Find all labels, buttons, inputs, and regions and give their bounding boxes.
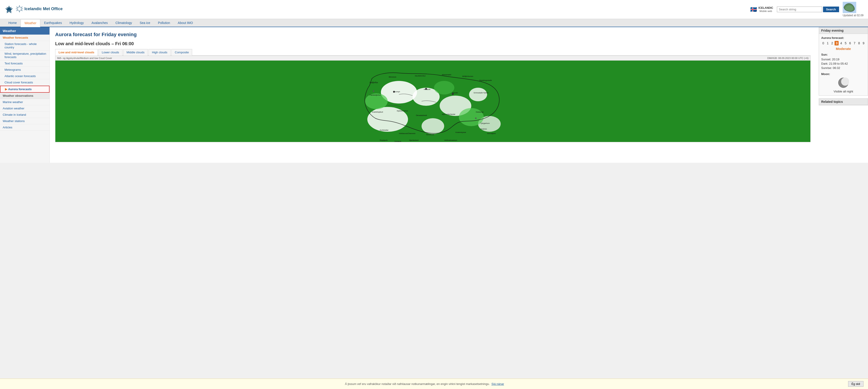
lang-label: ICELANDIC [758,6,773,9]
sidebar-item-marine[interactable]: Marine weather [0,99,50,105]
moon-section: Moon: Visible all night [821,72,866,93]
nav-avalanches[interactable]: Avalanches [88,19,112,27]
lang-area[interactable]: 🇮🇸 ICELANDIC Mobile web [750,6,773,13]
right-panel: Friday evening Aurora forecast: 0 1 2 3 … [816,27,868,163]
map-label-left: Mið- og lágskyúhula/Medium and low Coud … [57,57,112,60]
updated-text: Updated at 02.09 [843,14,864,17]
sidebar-item-station-forecasts[interactable]: Station forecasts - whole country [0,41,50,51]
svg-text:Dalatangi: Dalatangi [476,111,484,113]
svg-text:Patreksfjörður: Patreksfjörður [370,94,381,96]
svg-text:Hjarðarland: Hjarðarland [409,139,418,141]
svg-text:Sandbúðir: Sandbúðir [426,134,434,136]
aurora-label: Aurora forecast: [821,36,866,39]
sidebar: Weather Weather forecasts Station foreca… [0,27,50,163]
sidebar-item-cloud-cover[interactable]: Cloud cover forecasts [0,79,50,86]
svg-marker-3 [16,6,23,12]
scale-8: 8 [857,41,861,45]
svg-text:Höfðasveit/Ólafurból: Höfðasveit/Ólafurból [399,132,415,134]
tab-lower-clouds[interactable]: Lower clouds [98,49,123,56]
forecast-box-title: Friday evening [819,27,868,34]
cloud-title: Low and mid-level clouds – Fri 06:00 [55,41,811,46]
content-area: Aurora forecast for Friday evening Low a… [50,27,816,163]
search-button[interactable]: Search [823,6,839,12]
sidebar-item-meteograms[interactable]: Meteograms [0,67,50,73]
sidebar-item-climate[interactable]: Climate in Iceland [0,112,50,118]
svg-text:Grindavík: Grindavík [395,140,401,142]
nav-home[interactable]: Home [4,19,21,27]
svg-text:Mánárbakki: Mánárbakki [442,74,452,76]
search-area: Search [777,6,839,12]
nav-about-imo[interactable]: About IMO [174,19,197,27]
scale-0: 0 [821,41,825,45]
map-container: Mið- og lágskyúhula/Medium and low Coud … [55,56,811,142]
scale-2: 2 [830,41,834,45]
sidebar-item-atlantic[interactable]: Atlantic ocean forecasts [0,73,50,79]
svg-text:Tjörgarhorn: Tjörgarhorn [480,122,490,124]
cloud-map-svg: Ísafjörður Blönduós Sauðárkrókur Mánárba… [55,61,810,142]
logo-icon [4,5,13,13]
svg-text:Snæfellsjökull: Snæfellsjökull [372,111,383,113]
navigation: Home Weather Earthquakes Hydrology Avala… [0,19,868,27]
svg-text:Reykjavík: Reykjavík [380,139,388,141]
nav-sea-ice[interactable]: Sea ice [136,19,154,27]
nav-earthquakes[interactable]: Earthquakes [40,19,66,27]
svg-point-49 [373,90,374,92]
svg-text:Stykkishólmur: Stykkishólmur [397,110,408,112]
svg-text:Icelandic Met Office: Icelandic Met Office [24,6,63,11]
svg-text:Húsavík: Húsavík [424,88,431,90]
sidebar-item-wind-temp[interactable]: Wind, temperature, precipitation forecas… [0,51,50,60]
forecast-box: Friday evening Aurora forecast: 0 1 2 3 … [819,27,868,96]
sidebar-item-aviation[interactable]: Aviation weather [0,105,50,112]
sidebar-item-weather-stations[interactable]: Weather stations [0,118,50,124]
svg-text:Sauðárkrókur: Sauðárkrókur [415,75,426,77]
svg-text:Hornafjörð: Hornafjörð [487,132,496,134]
sidebar-item-weather-obs[interactable]: Weather observations [0,93,50,99]
scale-1: 1 [826,41,830,45]
tab-high-clouds[interactable]: High clouds [149,49,170,56]
nav-pollution[interactable]: Pollution [154,19,174,27]
svg-text:Guðskatlar: Guðskatlar [380,129,389,131]
svg-text:Blönduós: Blönduós [389,76,396,78]
nav-hydrology[interactable]: Hydrology [66,19,88,27]
page-title: Aurora forecast for Friday evening [55,32,811,37]
mobile-label: Mobile web [758,10,773,12]
svg-text:Öknadalsheið: Öknadalsheið [416,115,427,117]
sunrise-row: Sunrise: 06:32 [821,66,866,70]
tab-composite[interactable]: Composite [171,49,192,56]
svg-text:Skjaldingsstaðir: Skjaldingsstaðir [479,79,492,82]
iceland-flag: 🇮🇸 [750,6,757,13]
scale-6: 6 [848,41,852,45]
svg-point-50 [475,118,476,119]
header: Icelandic Met Office 🇮🇸 ICELANDIC Mobile… [0,0,868,19]
tab-low-mid-clouds[interactable]: Low and mid-level clouds [55,49,98,56]
scale-3-highlight: 3 [835,41,839,45]
search-input[interactable] [777,6,822,12]
svg-text:Miðfjörðurnes: Miðfjörðurnes [462,75,473,77]
sidebar-item-weather-forecasts[interactable]: Weather forecasts [0,35,50,41]
main-container: Weather Weather forecasts Station foreca… [0,27,868,163]
svg-point-16 [459,108,484,126]
moon-title: Moon: [821,72,866,76]
nav-climatology[interactable]: Climatology [112,19,136,27]
dark-row: Dark: 21:09 to 05:42 [821,62,866,66]
tab-middle-clouds[interactable]: Middle clouds [123,49,148,56]
sidebar-item-articles[interactable]: Articles [0,124,50,131]
sidebar-item-aurora[interactable]: ▶ Aurora forecasts [0,86,50,93]
logo-text: Icelandic Met Office [16,4,66,14]
nav-weather[interactable]: Weather [21,19,40,27]
iceland-map-icon [843,2,856,13]
scale-4: 4 [839,41,843,45]
iceland-map-area: Updated at 02.09 [843,2,864,17]
map-label-right: DMI/IGB: 08.09.2023 00:00 UTC (+6) [767,57,809,60]
sidebar-item-text-forecasts[interactable]: Text forecasts [0,60,50,67]
header-right: 🇮🇸 ICELANDIC Mobile web Search Updated a… [750,2,864,17]
svg-text:Hvaines: Hvaines [480,128,487,130]
svg-text:Grímsstaðir Fjöður: Grímsstaðir Fjöður [473,92,489,94]
svg-text:Veiðivatnaaraun: Veiðivatnaaraun [444,139,457,141]
map-image: Ísafjörður Blönduós Sauðárkrókur Mánárba… [55,61,810,142]
aurora-scale: 0 1 2 3 4 5 6 7 8 9 [821,41,866,45]
svg-text:Kúabrekjukar: Kúabrekjukar [456,131,466,133]
svg-point-52 [841,77,849,86]
sidebar-title: Weather [0,27,50,35]
svg-point-47 [425,88,427,90]
